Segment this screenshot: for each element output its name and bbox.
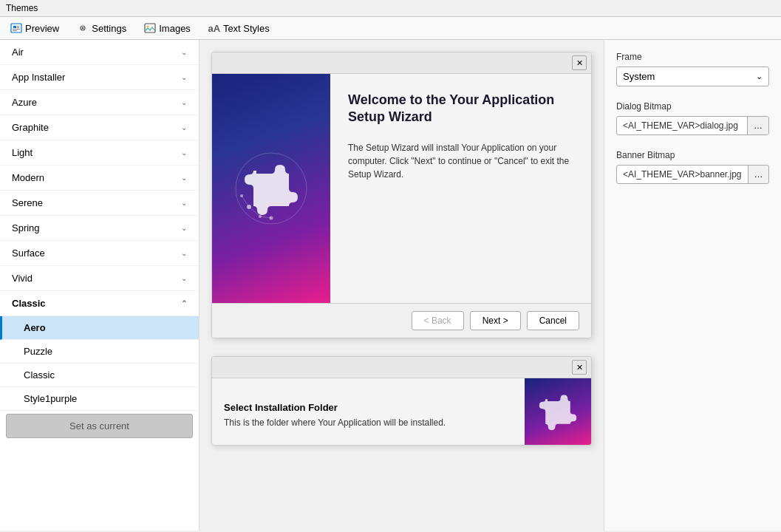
- dialog-bitmap-value: <AI_THEME_VAR>dialog.jpg: [617, 117, 747, 134]
- dialog-close-button-2[interactable]: ✕: [572, 360, 587, 375]
- dialog-bitmap-section: Dialog Bitmap <AI_THEME_VAR>dialog.jpg …: [616, 101, 769, 135]
- sidebar-item-vivid-label: Vivid: [12, 273, 33, 284]
- toolbar-images-label: Images: [159, 23, 191, 34]
- sidebar-item-light[interactable]: Light ⌄: [0, 140, 199, 166]
- puzzle-icon: [234, 151, 308, 225]
- sidebar-subitem-classic-label: Classic: [24, 369, 55, 381]
- sidebar-item-modern-label: Modern: [12, 172, 44, 183]
- set-as-current-button[interactable]: Set as current: [6, 414, 193, 438]
- sidebar-item-azure[interactable]: Azure ⌄: [0, 90, 199, 115]
- eye-icon: [10, 22, 22, 34]
- dialog-banner-1: [212, 74, 330, 303]
- toolbar-images[interactable]: Images: [140, 20, 195, 36]
- svg-rect-5: [13, 30, 17, 31]
- image-icon: [144, 22, 156, 34]
- sidebar-item-azure-label: Azure: [12, 97, 37, 108]
- chevron-down-icon: ⌄: [181, 199, 187, 207]
- chevron-down-icon: ⌄: [181, 123, 187, 132]
- dialog-preview-2: ✕ Select Installation Folder This is the…: [211, 356, 592, 446]
- dialog-bitmap-field: <AI_THEME_VAR>dialog.jpg …: [616, 116, 769, 135]
- toolbar-preview-label: Preview: [25, 23, 59, 34]
- chevron-down-icon: ⌄: [181, 174, 187, 182]
- back-button[interactable]: < Back: [412, 311, 464, 330]
- chevron-down-icon: ⌄: [181, 98, 187, 106]
- toolbar-settings[interactable]: Settings: [72, 20, 131, 36]
- chevron-down-icon: ⌄: [181, 224, 187, 232]
- dialog-body-text-2: This is the folder where Your Applicatio…: [224, 417, 513, 428]
- frame-section: Frame System ⌄: [616, 52, 769, 86]
- svg-line-15: [242, 196, 249, 207]
- svg-rect-1: [13, 26, 16, 28]
- svg-point-8: [147, 26, 149, 28]
- title-bar: Themes: [0, 0, 781, 17]
- svg-rect-4: [13, 29, 20, 30]
- chevron-down-icon: ⌄: [181, 274, 187, 282]
- dialog-body-1: Welcome to the Your Application Setup Wi…: [212, 74, 591, 303]
- sidebar-subitem-puzzle[interactable]: Puzzle: [0, 340, 199, 364]
- chevron-down-icon: ⌄: [181, 48, 187, 56]
- main-layout: Air ⌄ App Installer ⌄ Azure ⌄ Graphite ⌄…: [0, 40, 781, 531]
- svg-rect-3: [17, 27, 19, 28]
- banner-bitmap-field: <AI_THEME_VAR>banner.jpg …: [616, 165, 769, 184]
- sidebar-item-light-label: Light: [12, 147, 33, 158]
- dialog-header-1: ✕: [212, 52, 591, 74]
- sidebar-item-serene[interactable]: Serene ⌄: [0, 191, 199, 216]
- dialog-title-1: Welcome to the Your Application Setup Wi…: [348, 92, 573, 126]
- sidebar-item-app-installer-label: App Installer: [12, 72, 65, 83]
- sidebar-subitem-style1purple[interactable]: Style1purple: [0, 387, 199, 411]
- banner-bitmap-label: Banner Bitmap: [616, 150, 769, 160]
- sidebar-item-air[interactable]: Air ⌄: [0, 40, 199, 65]
- sidebar-subitem-classic[interactable]: Classic: [0, 364, 199, 387]
- sidebar-item-spring[interactable]: Spring ⌄: [0, 216, 199, 241]
- sidebar-item-spring-label: Spring: [12, 222, 40, 233]
- content-area: ✕: [199, 40, 604, 531]
- dialog-preview-1: ✕: [211, 52, 592, 338]
- banner-bitmap-value: <AI_THEME_VAR>banner.jpg: [617, 166, 748, 183]
- svg-point-6: [82, 27, 84, 30]
- right-panel: Frame System ⌄ Dialog Bitmap <AI_THEME_V…: [604, 40, 781, 531]
- toolbar-preview[interactable]: Preview: [6, 20, 64, 36]
- sidebar-item-surface[interactable]: Surface ⌄: [0, 241, 199, 266]
- toolbar: Preview Settings Images aA Text Styles: [0, 17, 781, 40]
- dialog-footer-1: < Back Next > Cancel: [212, 303, 591, 338]
- dialog-body-text-1: The Setup Wizard will install Your Appli…: [348, 141, 573, 181]
- sidebar-item-surface-label: Surface: [12, 248, 45, 259]
- dialog-banner-2: [525, 378, 591, 445]
- banner-bitmap-section: Banner Bitmap <AI_THEME_VAR>banner.jpg …: [616, 150, 769, 184]
- toolbar-text-styles-label: Text Styles: [223, 23, 270, 34]
- frame-dropdown[interactable]: System ⌄: [616, 66, 769, 86]
- sidebar-item-serene-label: Serene: [12, 197, 43, 208]
- sidebar-subitem-puzzle-label: Puzzle: [24, 346, 52, 357]
- next-button[interactable]: Next >: [470, 311, 521, 330]
- sidebar-subitem-aero[interactable]: Aero: [0, 316, 199, 340]
- sidebar-item-air-label: Air: [12, 47, 24, 58]
- sidebar-subitem-aero-label: Aero: [24, 322, 46, 333]
- sidebar-item-graphite[interactable]: Graphite ⌄: [0, 115, 199, 140]
- cancel-button[interactable]: Cancel: [527, 311, 579, 330]
- dialog-header-2: ✕: [212, 357, 591, 378]
- dialog-close-button-1[interactable]: ✕: [572, 55, 587, 70]
- svg-rect-2: [17, 26, 19, 27]
- toolbar-text-styles[interactable]: aA Text Styles: [204, 20, 274, 36]
- chevron-down-icon: ⌄: [181, 149, 187, 157]
- dialog-body-2: Select Installation Folder This is the f…: [212, 378, 591, 445]
- dialog-bitmap-label: Dialog Bitmap: [616, 101, 769, 112]
- dialog-title-2: Select Installation Folder: [224, 402, 513, 413]
- chevron-down-icon: ⌄: [181, 73, 187, 81]
- app-title: Themes: [6, 3, 38, 13]
- sidebar-item-classic[interactable]: Classic ⌃: [0, 291, 199, 316]
- sidebar-item-vivid[interactable]: Vivid ⌄: [0, 266, 199, 291]
- dialog-content-1: Welcome to the Your Application Setup Wi…: [330, 74, 591, 303]
- banner-bitmap-browse-button[interactable]: …: [748, 166, 769, 183]
- font-icon: aA: [208, 22, 220, 34]
- chevron-down-icon: ⌄: [756, 72, 763, 81]
- svg-rect-7: [145, 24, 155, 33]
- dialog-bitmap-browse-button[interactable]: …: [747, 117, 768, 134]
- sidebar: Air ⌄ App Installer ⌄ Azure ⌄ Graphite ⌄…: [0, 40, 199, 531]
- sidebar-subitem-style1purple-label: Style1purple: [24, 393, 77, 404]
- frame-value: System: [623, 71, 655, 82]
- chevron-down-icon: ⌄: [181, 249, 187, 257]
- sidebar-item-modern[interactable]: Modern ⌄: [0, 166, 199, 191]
- sidebar-item-app-installer[interactable]: App Installer ⌄: [0, 65, 199, 90]
- puzzle-icon-small: [532, 386, 584, 437]
